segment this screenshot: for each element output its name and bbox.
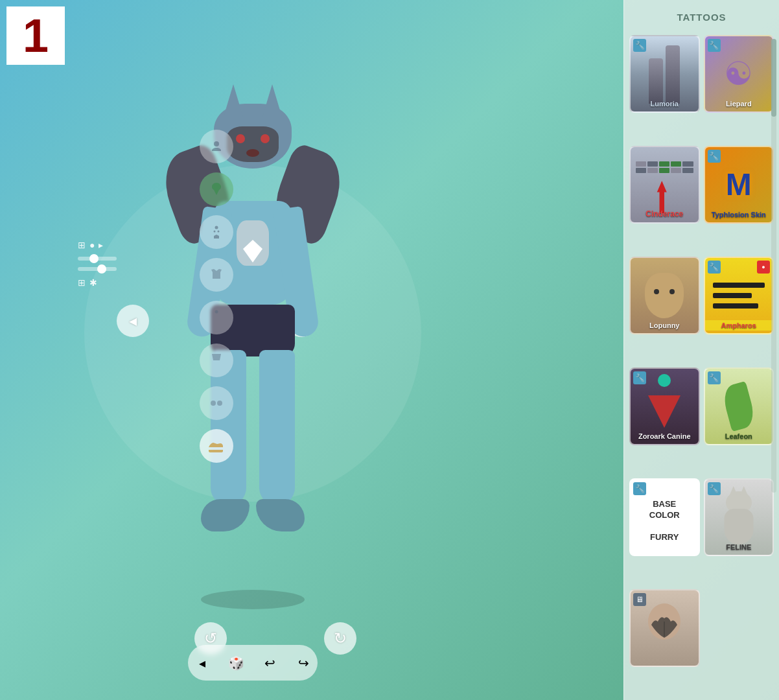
arrow-left-button[interactable]: ◂ [117,305,149,337]
arrow-left-toolbar[interactable]: ◂ [191,651,214,675]
panel-header: Tattoos [624,0,779,31]
slider-row-3 [78,267,162,271]
lopunny-eye-left [654,289,659,294]
undo-button[interactable]: ↩ [258,651,281,675]
items-grid: 🔧 Lumoria 🔧 ☯ Liepard [624,31,779,700]
panel-scrollbar-thumb[interactable] [771,39,776,117]
item-card-typhlosion[interactable]: 🔧 M Typhlosion Skin [704,146,774,224]
slider-thumb-2[interactable] [97,264,106,274]
slider-row-2 [78,257,162,261]
wrench-icon-ampharos: 🔧 [708,261,721,274]
base-color-text: BASECOLORFURRY [644,486,685,548]
wrench-icon-base-color: 🔧 [633,482,646,495]
zoroark-triangle [648,395,680,428]
character-leg-right [259,350,295,506]
nav-body-button[interactable] [200,215,233,249]
wrench-icon-leafeon: 🔧 [708,371,721,384]
nav-accessories2-button[interactable] [200,386,233,420]
character-ear-right [262,84,282,117]
feline-ear-right [740,486,748,495]
nav-fullbody-button[interactable] [200,301,233,334]
redo-button[interactable]: ↪ [292,651,315,675]
lopunny-eye-right [669,289,675,294]
character-area: ⊞ ● ▸ ⊞ ✱ ◂ ▸ [0,0,506,700]
typhlosion-m-shape: M [726,169,752,200]
right-panel: Tattoos 🔧 Lumoria 🔧 ☯ Liepard [623,0,779,700]
slider-row-4: ⊞ ✱ [78,277,162,288]
item-card-lopunny[interactable]: Lopunny [629,257,700,334]
character-nose [246,149,259,157]
slider-track-1[interactable] [78,257,117,261]
ampharos-stripe-1 [713,283,765,288]
svg-point-0 [214,141,219,146]
ampharos-stripes [706,276,771,315]
random-button[interactable]: 🎲 [224,651,248,675]
lumoria-label: Lumoria [631,99,699,109]
zoroark-label: Zoroark Canine [631,431,699,441]
wrench-icon-feline: 🔧 [708,482,721,495]
tattoo-chest-svg [638,599,690,657]
nav-top-button[interactable] [200,258,233,292]
svg-point-6 [217,401,222,406]
feline-ear-left [730,486,738,495]
leafeon-label: Leafeon [705,431,773,441]
item-card-liepard[interactable]: 🔧 ☯ Liepard [704,35,774,113]
item-card-cinderace[interactable]: Cinderace [629,146,700,224]
nav-accessories-button[interactable] [200,172,233,206]
character-face [227,126,279,162]
slider-row-1: ⊞ ● ▸ [78,240,162,250]
character-eye-left [236,134,245,143]
feline-body [724,509,753,544]
item-card-leafeon[interactable]: 🔧 Leafeon [704,368,774,445]
panel-scrollbar[interactable] [771,39,776,493]
item-card-base-color[interactable]: 🔧 BASECOLORFURRY [629,478,700,556]
item-card-tattoo-chest[interactable]: 🖥 [629,589,700,667]
ampharos-stripe-3 [713,303,758,309]
leafeon-leaf [720,381,757,432]
lopunny-face [645,273,684,318]
wrench-icon-liepard: 🔧 [708,39,721,52]
svg-point-2 [214,231,216,233]
wrench-icon-lumoria: 🔧 [633,39,646,52]
item-card-ampharos[interactable]: 🔧 ● Ampharos [704,257,774,334]
rotate-right-button[interactable]: ↻ [324,622,356,655]
wrench-icon-typhlosion: 🔧 [708,150,721,163]
character-foot-left [201,499,250,531]
wrench-icon-tattoo-chest: 🖥 [633,593,646,606]
sliders-panel: ⊞ ● ▸ ⊞ ✱ [78,240,162,369]
slider-icon-2: ⊞ [78,277,86,288]
nav-icons-panel [200,130,233,463]
wrench-icon-zoroark: 🔧 [633,371,646,384]
ampharos-stripe-2 [713,293,752,298]
cinderace-grid [631,156,699,178]
number-badge: 1 [6,6,65,65]
slider-icon-1: ⊞ [78,240,86,250]
feline-figure [716,488,762,546]
svg-point-4 [215,310,218,314]
lumoria-legs [649,44,680,104]
nav-bottom-button[interactable] [200,344,233,377]
character-eye-right [261,134,270,143]
svg-point-1 [215,226,218,229]
item-card-zoroark[interactable]: 🔧 Zoroark Canine [629,368,700,445]
slider-dot-1: ● [89,240,95,250]
ampharos-label: Ampharos [705,320,773,331]
slider-thumb-1[interactable] [89,254,99,263]
nav-head-button[interactable] [200,130,233,163]
item-card-lumoria[interactable]: 🔧 Lumoria [629,35,700,113]
red-dot-ampharos: ● [757,261,770,274]
typhlosion-label: Typhlosion Skin [705,209,773,220]
liepard-swirl: ☯ [724,55,753,93]
slider-dot-2: ✱ [89,277,97,288]
slider-track-2[interactable] [78,267,117,271]
cinderace-label: Cinderace [631,208,699,220]
feline-label: FELINE [705,542,773,552]
zoroark-dot [658,374,671,387]
lumoria-leg-2 [666,45,680,104]
item-card-feline[interactable]: 🔧 FELINE [704,478,774,556]
lumoria-leg-1 [649,58,663,104]
nav-shoes-button[interactable] [200,429,233,463]
liepard-label: Liepard [705,99,773,109]
badge-number: 1 [23,12,49,59]
panel-title: Tattoos [677,12,726,23]
